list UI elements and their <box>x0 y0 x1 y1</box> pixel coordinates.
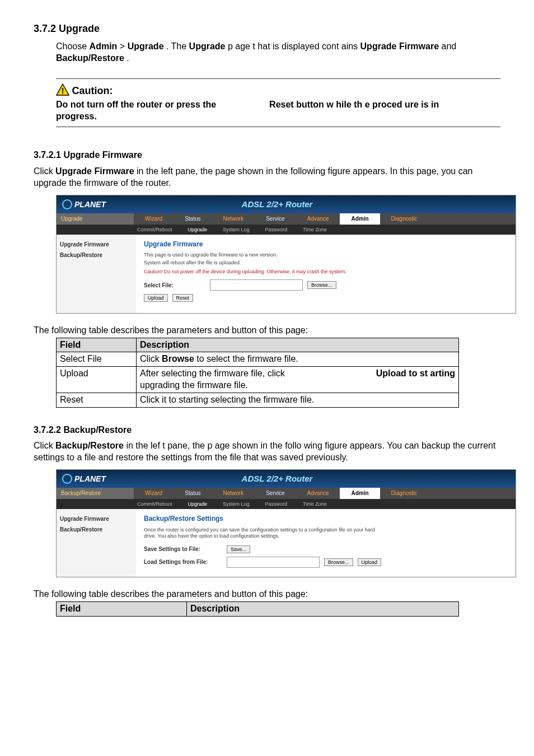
nav-admin[interactable]: Admin <box>340 488 380 499</box>
param-table-2: Field Description <box>56 601 459 617</box>
panel-text-2: System will reboot after the file is upl… <box>144 260 508 267</box>
nav-service[interactable]: Service <box>255 488 296 499</box>
subnav-row: Commit/Reboot Upgrade System Log Passwor… <box>57 499 516 509</box>
txt: Click <box>34 166 55 176</box>
subsection-intro-2: Click Backup/Restore in the lef t pane, … <box>34 440 500 464</box>
td-field: Reset <box>57 393 137 407</box>
router-header: PLANET ADSL 2/2+ Router <box>57 195 516 213</box>
kw-upgrade-2: Upgrade <box>189 41 226 51</box>
subsection-title-backup-restore: 3.7.2.2 Backup/Restore <box>34 424 500 436</box>
subnav-timezone[interactable]: Time Zone <box>295 499 335 509</box>
subnav-upgrade[interactable]: Upgrade <box>180 499 216 509</box>
subnav-upgrade[interactable]: Upgrade <box>180 225 216 235</box>
txt: Choose <box>56 41 90 51</box>
select-file-label: Select File: <box>144 282 205 289</box>
nav-network[interactable]: Network <box>212 213 255 225</box>
subnav-syslog[interactable]: System Log <box>215 225 257 235</box>
th-field: Field <box>57 601 187 616</box>
router-title: ADSL 2/2+ Router <box>106 199 448 210</box>
th-field: Field <box>57 338 137 352</box>
txt: and <box>442 41 457 51</box>
subnav-password[interactable]: Password <box>257 499 296 509</box>
reset-button[interactable]: Reset <box>172 294 194 302</box>
caution-progress: progress. <box>56 111 97 121</box>
router-header: PLANET ADSL 2/2+ Router <box>57 470 516 488</box>
txt: Click <box>140 354 162 363</box>
nav-status[interactable]: Status <box>174 213 212 225</box>
logo-text: PLANET <box>74 199 106 209</box>
nav-crumb: Backup/Restore <box>57 488 134 499</box>
table-lead-1: The following table describes the parame… <box>34 325 500 337</box>
param-table-1: Field Description Select File Click Brow… <box>56 338 459 408</box>
router-main-panel: Backup/Restore Settings Once the router … <box>136 509 516 577</box>
txt: to st arting <box>406 368 455 378</box>
save-button[interactable]: Save... <box>227 545 250 553</box>
sidebar-item-backup-restore[interactable]: Backup/Restore <box>60 250 133 260</box>
td-desc: Click it to starting selecting the firmw… <box>137 393 459 407</box>
td-field: Select File <box>57 352 137 367</box>
nav-service[interactable]: Service <box>255 213 296 225</box>
td-desc: Click Browse to select the firmware file… <box>137 352 459 367</box>
section-title: 3.7.2 Upgrade <box>34 22 500 35</box>
td-field: Upload <box>57 367 137 393</box>
th-desc: Description <box>137 338 459 352</box>
subnav-password[interactable]: Password <box>257 225 296 235</box>
subnav-timezone[interactable]: Time Zone <box>295 225 335 235</box>
upload-button[interactable]: Upload <box>144 294 168 302</box>
txt: . <box>127 53 129 63</box>
select-file-input[interactable] <box>210 279 303 291</box>
subnav-commit[interactable]: Commit/Reboot <box>129 499 180 509</box>
nav-wizard[interactable]: Wizard <box>134 488 174 499</box>
sidebar-item-upgrade-firmware[interactable]: Upgrade Firmware <box>60 239 133 250</box>
upload-button[interactable]: Upload <box>358 558 382 566</box>
table-row: Upload After selecting the firmware file… <box>57 367 459 393</box>
nav-network[interactable]: Network <box>212 488 255 499</box>
save-settings-label: Save Settings to File: <box>144 545 222 553</box>
nav-items: Wizard Status Network Service Advance Ad… <box>134 488 516 499</box>
nav-diagnostic[interactable]: Diagnostic <box>380 213 429 225</box>
txt: to select the firmware file. <box>194 354 298 363</box>
browse-button[interactable]: Browse... <box>307 281 336 289</box>
nav-advance[interactable]: Advance <box>296 488 340 499</box>
router-sidebar: Upgrade Firmware Backup/Restore <box>57 235 136 313</box>
browse-button[interactable]: Browse... <box>324 558 353 566</box>
kw-admin: Admin <box>90 41 118 51</box>
txt: upgrading the firmware file. <box>140 380 248 390</box>
nav-row: Upgrade Wizard Status Network Service Ad… <box>57 213 516 225</box>
txt: Click <box>34 441 55 450</box>
nav-wizard[interactable]: Wizard <box>134 213 174 225</box>
sidebar-item-backup-restore[interactable]: Backup/Restore <box>60 524 133 535</box>
svg-text:!: ! <box>62 86 64 95</box>
caution-box: ! Caution: Do not turn off the router or… <box>56 78 500 127</box>
nav-advance[interactable]: Advance <box>296 213 340 225</box>
globe-icon <box>62 474 72 484</box>
subsection-title-upgrade-fw: 3.7.2.1 Upgrade Firmware <box>34 150 500 161</box>
router-title: ADSL 2/2+ Router <box>106 473 448 484</box>
subnav-syslog[interactable]: System Log <box>215 499 257 509</box>
kw-upgrade-firmware-2: Upgrade Firmware <box>55 166 134 176</box>
caution-text-left: Do not turn off the router or press the <box>56 100 216 109</box>
kw-upgrade-firmware: Upgrade Firmware <box>360 41 439 51</box>
router-screenshot-backup: PLANET ADSL 2/2+ Router Backup/Restore W… <box>56 469 516 577</box>
kw-browse: Browse <box>162 354 194 363</box>
td-desc: After selecting the firmware file, click… <box>137 367 459 393</box>
caution-label: Caution: <box>72 85 113 96</box>
sidebar-item-upgrade-firmware[interactable]: Upgrade Firmware <box>60 514 133 524</box>
nav-admin[interactable]: Admin <box>340 213 380 225</box>
th-desc: Description <box>187 601 459 616</box>
router-main-panel: Upgrade Firmware This page is used to up… <box>136 235 516 313</box>
kw-upload: Upload <box>376 368 406 378</box>
load-file-input[interactable] <box>227 557 320 568</box>
panel-warning: Caution! Do not power off the device dur… <box>144 269 508 276</box>
load-settings-label: Load Settings from File: <box>144 558 222 566</box>
nav-row: Backup/Restore Wizard Status Network Ser… <box>57 488 516 499</box>
caution-text-right: Reset button w hile th e proced ure is i… <box>269 99 500 123</box>
planet-logo: PLANET <box>57 199 106 209</box>
table-lead-2: The following table describes the parame… <box>34 589 500 600</box>
nav-diagnostic[interactable]: Diagnostic <box>380 488 429 499</box>
logo-text: PLANET <box>74 474 106 484</box>
subsection-intro: Click Upgrade Firmware in the left pane,… <box>34 166 500 189</box>
nav-status[interactable]: Status <box>174 488 212 499</box>
txt: . The <box>166 41 189 51</box>
subnav-commit[interactable]: Commit/Reboot <box>129 225 180 235</box>
